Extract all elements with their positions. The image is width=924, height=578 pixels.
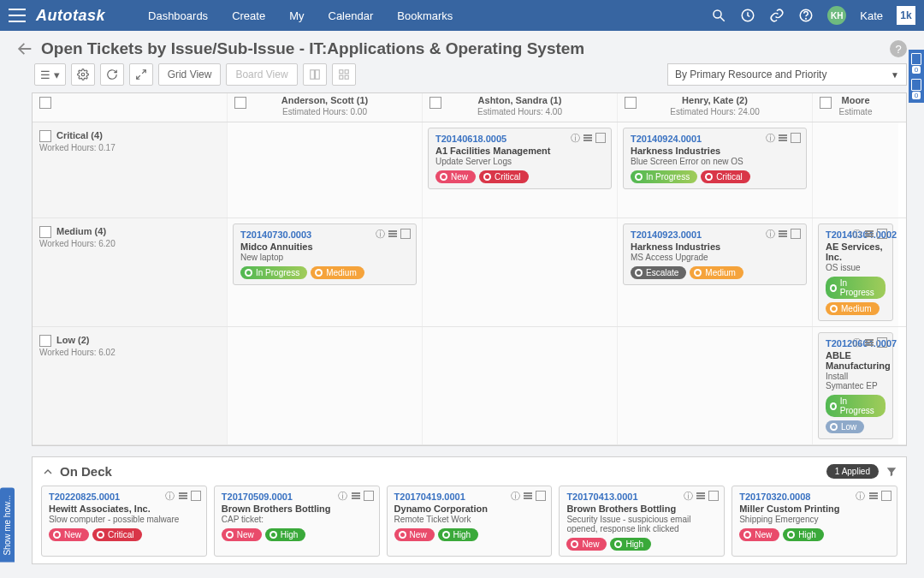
info-icon[interactable]: ⓘ [338,491,348,501]
list-icon[interactable] [864,337,874,348]
list-icon[interactable] [868,491,879,501]
help-icon[interactable] [798,8,814,23]
filter-icon[interactable] [886,466,897,478]
app-logo: Autotask [36,7,105,25]
status-pill: In Progress [631,170,697,183]
grid-cell: ⓘ T20140618.0005 A1 Facilities Managemen… [423,122,618,217]
ticket-account: Dynamo Corporation [394,504,545,514]
list-icon[interactable] [696,491,706,501]
nav-bookmarks[interactable]: Bookmarks [397,9,453,22]
nav-dashboards[interactable]: Dashboards [148,9,208,22]
status-pill: Critical [479,170,529,183]
info-icon[interactable]: ⓘ [851,337,862,348]
page-help-icon[interactable]: ? [890,40,907,57]
info-icon[interactable]: ⓘ [683,491,693,501]
list-icon[interactable] [778,133,788,143]
row-checkbox[interactable] [39,130,51,142]
info-icon[interactable]: ⓘ [375,229,385,239]
svg-rect-8 [310,70,314,80]
info-icon[interactable]: ⓘ [510,491,520,501]
ticket-card[interactable]: ⓘ T20140730.0003 Midco Annuities New lap… [233,223,417,285]
ticket-card[interactable]: ⓘ T20170509.0001 Brown Brothers Bottling… [214,486,380,557]
grid-view-button[interactable]: Grid View [158,63,222,86]
corner-badge[interactable]: 1k [897,6,915,25]
info-icon[interactable]: ⓘ [765,229,775,239]
grid-cell: ⓘ T20140923.0001 Harkness Industries MS … [618,218,813,326]
ticket-card[interactable]: ⓘ T20140304.0002 AE Services, Inc. OS is… [818,223,893,321]
svg-line-6 [142,70,145,74]
ticket-description: Install Symantec EP [826,372,886,390]
row-checkbox[interactable] [39,226,51,238]
card-checkbox[interactable] [595,133,606,143]
card-checkbox[interactable] [791,133,801,143]
row-checkbox[interactable] [39,335,51,347]
hamburger-icon[interactable] [9,9,26,22]
card-checkbox[interactable] [536,491,546,501]
select-all-checkbox[interactable] [39,97,51,109]
settings-button[interactable] [71,63,95,86]
expand-button[interactable] [129,63,153,86]
info-icon[interactable]: ⓘ [570,133,580,143]
side-clipboard-icon[interactable]: 0 [911,79,921,99]
on-deck-title: On Deck [60,464,112,479]
clock-icon[interactable] [740,8,755,23]
ticket-card[interactable]: ⓘ T20140923.0001 Harkness Industries MS … [623,223,807,285]
user-name: Kate [860,9,883,22]
layout-grid-button[interactable] [332,63,356,86]
ticket-card[interactable]: ⓘ T20170419.0001 Dynamo Corporation Remo… [387,486,553,557]
info-icon[interactable]: ⓘ [765,133,775,143]
info-icon[interactable]: ⓘ [856,491,866,501]
ticket-card[interactable]: ⓘ T20140924.0001 Harkness Industries Blu… [623,128,807,189]
ticket-card[interactable]: ⓘ T20120604.0007 ABLE Manufacturing Inst… [818,332,893,439]
list-icon[interactable] [778,229,788,239]
card-checkbox[interactable] [400,229,411,239]
info-icon[interactable]: ⓘ [851,229,862,239]
column-checkbox[interactable] [429,97,441,109]
refresh-button[interactable] [100,63,124,86]
list-icon[interactable] [388,229,398,239]
grid-cell: ⓘ T20120604.0007 ABLE Manufacturing Inst… [813,327,898,444]
nav-my[interactable]: My [289,9,304,22]
card-checkbox[interactable] [364,491,374,501]
ticket-description: New laptop [240,253,409,262]
link-icon[interactable] [769,8,785,23]
column-headers: Anderson, Scott (1)Estimated Hours: 0.00… [33,93,906,122]
page-header: Open Tickets by Issue/Sub-Issue - IT:App… [0,31,924,63]
filter-applied-badge[interactable]: 1 Applied [826,464,879,479]
svg-rect-11 [345,70,348,74]
grid-cell [618,327,813,444]
collapse-icon[interactable] [41,465,55,479]
column-checkbox[interactable] [820,97,832,109]
layout-2col-button[interactable] [303,63,327,86]
info-icon[interactable]: ⓘ [165,491,175,501]
list-icon[interactable] [351,491,361,501]
ticket-card[interactable]: ⓘ T20220825.0001 Hewitt Associates, Inc.… [41,486,207,557]
column-checkbox[interactable] [625,97,637,109]
card-checkbox[interactable] [877,229,887,239]
back-arrow-icon[interactable] [15,39,34,58]
list-icon[interactable] [178,491,188,501]
grid-cell: ⓘ T20140924.0001 Harkness Industries Blu… [618,122,813,217]
ticket-card[interactable]: ⓘ T20140618.0005 A1 Facilities Managemen… [428,128,612,189]
list-icon[interactable] [864,229,874,239]
side-doc-icon[interactable]: 0 [911,53,921,74]
user-avatar[interactable]: KH [827,6,846,25]
list-icon[interactable] [523,491,533,501]
card-checkbox[interactable] [191,491,201,501]
column-checkbox[interactable] [234,97,246,109]
card-checkbox[interactable] [791,229,801,239]
list-icon[interactable] [583,133,593,143]
show-me-how-tab[interactable]: Show me how... [0,488,15,563]
board-view-button[interactable]: Board View [226,63,297,86]
ticket-card[interactable]: ⓘ T20170320.0008 Miller Custom Printing … [732,486,897,557]
ticket-card[interactable]: ⓘ T20170413.0001 Brown Brothers Bottling… [559,486,725,557]
card-checkbox[interactable] [881,491,891,501]
status-pill: In Progress [826,277,886,299]
list-dropdown-button[interactable]: ☰ ▾ [34,63,66,86]
nav-calendar[interactable]: Calendar [329,9,374,22]
group-by-dropdown[interactable]: By Primary Resource and Priority▼ [667,63,907,86]
search-icon[interactable] [711,8,726,23]
card-checkbox[interactable] [708,491,719,501]
card-checkbox[interactable] [877,337,887,348]
nav-create[interactable]: Create [232,9,265,22]
